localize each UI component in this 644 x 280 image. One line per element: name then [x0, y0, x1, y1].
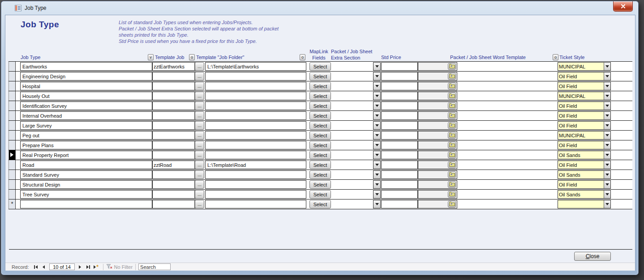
job-type-field[interactable]: Prepare Plans — [20, 141, 152, 149]
maplink-select-button[interactable]: Select — [309, 82, 331, 90]
close-form-button[interactable]: Close — [574, 252, 611, 261]
maplink-select-button[interactable]: Select — [309, 190, 331, 199]
std-price-field[interactable] — [381, 102, 418, 110]
word-template-field[interactable]: * — [418, 62, 457, 71]
template-job-combo[interactable] — [152, 190, 202, 199]
dropdown-arrow-icon[interactable] — [604, 161, 610, 169]
job-type-field[interactable]: Standard Survey — [20, 170, 152, 179]
browse-folder-button[interactable]: ... — [195, 62, 204, 71]
word-template-folder-button[interactable]: * — [448, 201, 456, 208]
ticket-style-combo[interactable]: Oil Field — [558, 102, 611, 110]
template-job-combo[interactable] — [152, 180, 202, 189]
next-record-button[interactable] — [76, 263, 84, 270]
extra-section-dropdown[interactable] — [373, 102, 381, 110]
template-folder-field[interactable] — [205, 151, 306, 159]
record-selector[interactable]: * — [9, 190, 16, 199]
browse-folder-button[interactable]: ... — [195, 180, 204, 189]
record-selector[interactable]: * — [9, 150, 16, 160]
maplink-select-button[interactable]: Select — [309, 92, 331, 100]
current-record-box[interactable] — [49, 263, 75, 270]
job-type-field[interactable]: Housely Out — [20, 92, 152, 100]
browse-folder-button[interactable]: ... — [195, 121, 204, 130]
window-titlebar[interactable]: Job Type — [1, 1, 638, 14]
dropdown-arrow-icon[interactable] — [604, 171, 610, 178]
first-record-button[interactable] — [32, 263, 40, 270]
new-record-button[interactable]: * — [92, 263, 100, 270]
record-selector[interactable]: * — [9, 199, 16, 209]
ticket-style-combo[interactable]: Oil Field — [558, 161, 611, 169]
word-template-field[interactable]: * — [418, 200, 457, 208]
word-template-field[interactable]: * — [418, 92, 457, 100]
word-template-folder-button[interactable]: * — [448, 93, 456, 99]
word-template-folder-button[interactable]: * — [448, 112, 456, 119]
job-type-field[interactable]: Structural Design — [20, 180, 152, 189]
order-o-button-ticket-style[interactable]: o — [553, 54, 558, 60]
job-type-field[interactable]: Peg out — [20, 131, 152, 140]
template-job-combo[interactable] — [152, 111, 202, 120]
record-selector[interactable]: * — [9, 111, 16, 120]
template-folder-field[interactable] — [205, 190, 306, 199]
template-folder-field[interactable] — [205, 121, 306, 130]
record-selector[interactable]: * — [9, 101, 16, 110]
dropdown-arrow-icon[interactable] — [604, 92, 610, 100]
template-folder-field[interactable] — [205, 141, 306, 149]
ticket-style-combo[interactable]: Oil Sands — [558, 170, 611, 179]
job-type-field[interactable]: Earthworks — [20, 62, 152, 71]
ticket-style-combo[interactable]: Oil Sands — [558, 151, 611, 159]
last-record-button[interactable] — [84, 263, 92, 270]
dropdown-arrow-icon[interactable] — [604, 141, 610, 149]
record-selector[interactable]: * — [9, 81, 16, 91]
search-input[interactable] — [138, 263, 171, 270]
template-folder-field[interactable] — [205, 200, 306, 208]
job-type-field[interactable]: Tree Survey — [20, 190, 152, 199]
job-type-field[interactable] — [20, 200, 152, 208]
template-job-combo[interactable] — [152, 151, 202, 159]
ticket-style-combo[interactable]: Oil Field — [558, 82, 611, 90]
maplink-select-button[interactable]: Select — [309, 170, 331, 179]
extra-section-dropdown[interactable] — [373, 180, 381, 189]
record-selector[interactable]: * — [9, 180, 16, 189]
extra-section-dropdown[interactable] — [373, 62, 381, 71]
template-folder-field[interactable] — [205, 170, 306, 179]
extra-section-dropdown[interactable] — [373, 141, 381, 149]
std-price-field[interactable] — [381, 121, 418, 130]
word-template-folder-button[interactable]: * — [448, 63, 456, 70]
word-template-folder-button[interactable]: * — [448, 102, 456, 109]
word-template-field[interactable]: * — [418, 141, 457, 149]
std-price-field[interactable] — [381, 151, 418, 159]
template-folder-field[interactable] — [205, 111, 306, 120]
word-template-field[interactable]: * — [418, 121, 457, 130]
word-template-field[interactable]: * — [418, 131, 457, 140]
std-price-field[interactable] — [381, 62, 418, 71]
word-template-field[interactable]: * — [418, 72, 457, 81]
browse-folder-button[interactable]: ... — [195, 161, 204, 169]
extra-section-dropdown[interactable] — [373, 82, 381, 90]
std-price-field[interactable] — [381, 92, 418, 100]
dropdown-arrow-icon[interactable] — [604, 72, 610, 80]
record-selector[interactable]: * — [9, 170, 16, 179]
browse-folder-button[interactable]: ... — [195, 141, 204, 149]
browse-folder-button[interactable]: ... — [195, 200, 204, 208]
job-type-field[interactable]: Hospital — [20, 82, 152, 90]
maplink-select-button[interactable]: Select — [309, 200, 331, 208]
browse-folder-button[interactable]: ... — [195, 151, 204, 159]
template-job-combo[interactable] — [152, 102, 202, 110]
maplink-select-button[interactable]: Select — [309, 151, 331, 159]
dropdown-arrow-icon[interactable] — [604, 82, 610, 90]
template-job-combo[interactable] — [152, 72, 202, 81]
order-o-button-template-job[interactable]: o — [189, 54, 195, 60]
no-filter-button[interactable]: No Filter — [106, 264, 133, 270]
record-selector[interactable]: * — [9, 131, 16, 140]
ticket-style-combo[interactable]: MUNICIPAL — [558, 131, 611, 140]
extra-section-dropdown[interactable] — [373, 111, 381, 120]
extra-section-dropdown[interactable] — [373, 92, 381, 100]
template-job-combo[interactable] — [152, 200, 202, 208]
job-type-field[interactable]: Engineering Design — [20, 72, 152, 81]
word-template-field[interactable]: * — [418, 180, 457, 189]
maplink-select-button[interactable]: Select — [309, 102, 331, 110]
std-price-field[interactable] — [381, 190, 418, 199]
job-type-field[interactable]: Large Survey — [20, 121, 152, 130]
word-template-field[interactable]: * — [418, 151, 457, 159]
word-template-folder-button[interactable]: * — [448, 132, 456, 139]
ticket-style-combo[interactable]: Oil Field — [558, 72, 611, 81]
